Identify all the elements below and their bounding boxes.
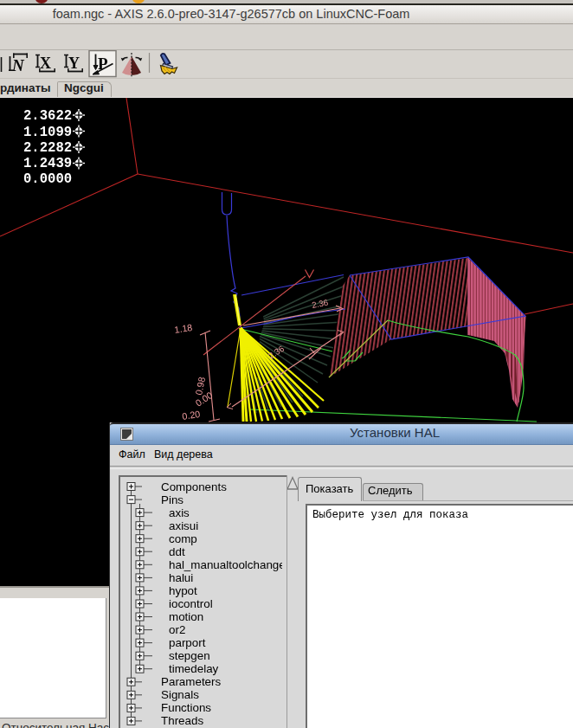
svg-text:0.0000: 0.0000 [23,171,72,187]
svg-text:X: X [40,55,51,72]
svg-text:Components: Components [161,480,227,493]
svg-text:Functions: Functions [161,701,211,714]
svg-text:Signals: Signals [161,688,199,701]
svg-text:hal_manualtoolchange: hal_manualtoolchange [169,558,282,571]
svg-text:0.20: 0.20 [181,409,201,422]
svg-text:stepgen: stepgen [169,649,210,662]
svg-text:2.3622: 2.3622 [23,108,72,124]
svg-text:ddt: ddt [169,545,185,558]
svg-text:or2: or2 [169,623,185,636]
svg-text:Threads: Threads [161,714,203,727]
svg-text:1.1099: 1.1099 [23,125,72,140]
svg-text:hypot: hypot [169,584,197,597]
svg-text:axisui: axisui [169,519,198,532]
svg-text:P: P [98,55,108,73]
svg-text:axis: axis [169,506,190,519]
svg-text:Pins: Pins [161,493,183,506]
svg-text:halui: halui [169,571,193,584]
svg-text:timedelay: timedelay [169,662,219,675]
svg-text:Parameters: Parameters [161,675,222,688]
svg-text:2.36: 2.36 [311,297,329,310]
svg-text:Y: Y [68,55,80,72]
svg-text:1.18: 1.18 [173,322,193,335]
svg-text:parport: parport [169,636,206,649]
svg-text:comp: comp [169,532,197,545]
svg-text:motion: motion [169,610,203,623]
svg-text:iocontrol: iocontrol [169,597,213,610]
svg-text:2.2282: 2.2282 [23,140,72,156]
svg-text:1.2439: 1.2439 [23,156,72,171]
svg-text:N: N [11,56,25,74]
